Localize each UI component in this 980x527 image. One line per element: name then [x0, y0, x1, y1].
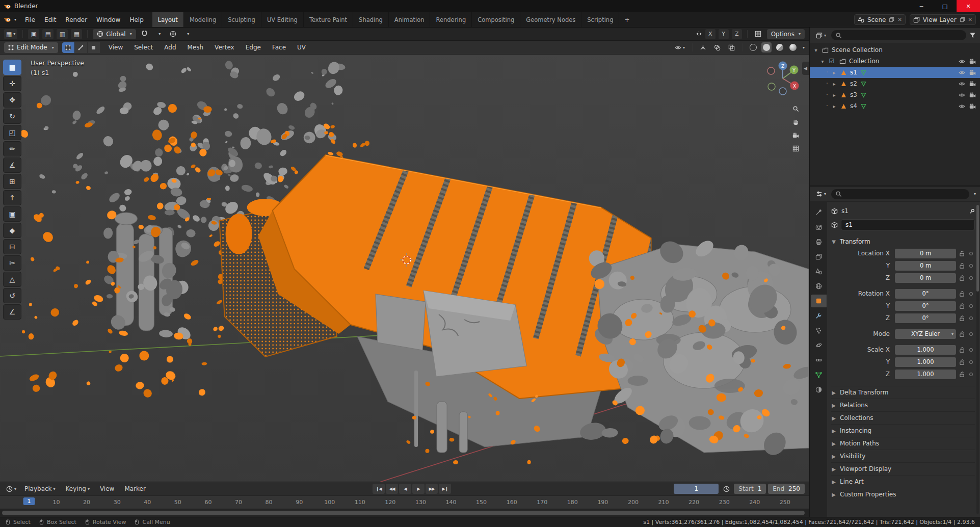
workspace-tab-geometry-nodes[interactable]: Geometry Nodes — [520, 12, 581, 27]
viewport-menu-uv[interactable]: UV — [293, 44, 310, 51]
hide-icon[interactable] — [958, 69, 966, 76]
workspace-tab-animation[interactable]: Animation — [389, 12, 431, 27]
workspace-tab-modeling[interactable]: Modeling — [184, 12, 222, 27]
tool-annotate[interactable]: ✏ — [3, 141, 21, 156]
playhead[interactable]: 1 — [23, 497, 35, 505]
properties-tab-output[interactable] — [811, 235, 827, 248]
properties-editor-type-dropdown[interactable]: ▾ — [814, 189, 828, 199]
panel-motion-paths[interactable]: ▶ Motion Paths — [831, 437, 975, 450]
tool-spin[interactable]: ↺ — [3, 288, 21, 303]
tool-knife[interactable]: ✂ — [3, 255, 21, 271]
minimize-button[interactable]: ─ — [910, 0, 933, 12]
3d-viewport[interactable]: ▦✛✥↻◰✏∡⊞↑▣◆⊟✂△↺∠ User Perspective (1) s1 — [0, 55, 809, 482]
workspace-tab-texture-paint[interactable]: Texture Paint — [304, 12, 353, 27]
lock-icon[interactable] — [956, 263, 967, 269]
current-frame-field[interactable]: 1 — [674, 484, 719, 494]
panel-instancing[interactable]: ▶ Instancing — [831, 424, 975, 437]
timeline-editor-type-dropdown[interactable]: ▾ — [4, 484, 18, 494]
select-op-subtract[interactable]: ▥ — [57, 29, 68, 39]
panel-line-art[interactable]: ▶ Line Art — [831, 475, 975, 488]
tool-extrude-region[interactable]: ↑ — [3, 190, 21, 205]
pin-icon[interactable] — [969, 208, 975, 214]
timeline-menu-playback[interactable]: Playback▾ — [20, 485, 60, 492]
properties-tab-material[interactable] — [811, 383, 827, 396]
select-op-extend[interactable]: ▤ — [42, 29, 54, 39]
jump-to-next-keyframe-button[interactable]: ▶▶ — [426, 484, 438, 494]
proportional-falloff-dropdown[interactable]: ▾ — [182, 29, 193, 39]
panel-custom-properties[interactable]: ▶ Custom Properties — [831, 488, 975, 500]
snap-settings-dropdown[interactable]: ▾ — [153, 29, 165, 39]
show-gizmo-toggle[interactable] — [698, 42, 709, 52]
mirror-y-toggle[interactable]: Y — [719, 29, 729, 39]
menubar-item-file[interactable]: File — [20, 12, 40, 27]
menubar-item-edit[interactable]: Edit — [40, 12, 61, 27]
animate-decorator[interactable] — [967, 360, 975, 364]
panel-visibility[interactable]: ▶ Visibility — [831, 450, 975, 462]
properties-tab-render[interactable] — [811, 221, 827, 233]
properties-search-input[interactable] — [845, 191, 965, 198]
workspace-tab-layout[interactable]: Layout — [152, 12, 184, 27]
workspace-tab-uv-editing[interactable]: UV Editing — [261, 12, 304, 27]
transform-value-field[interactable]: 0 m▾ — [895, 273, 956, 283]
hide-icon[interactable] — [958, 103, 966, 110]
timeline-ruler[interactable]: 1 10203040506070809010011012013014015016… — [0, 495, 809, 509]
tool-select-box[interactable]: ▦ — [3, 60, 21, 75]
menubar-item-render[interactable]: Render — [61, 12, 92, 27]
xray-toggle[interactable] — [726, 42, 737, 52]
workspace-tab-shading[interactable]: Shading — [353, 12, 389, 27]
shading-rendered-button[interactable] — [788, 42, 798, 52]
timeline-menu-view[interactable]: View▾ — [96, 485, 118, 492]
viewport-menu-mesh[interactable]: Mesh — [183, 44, 208, 51]
shading-dropdown[interactable]: ▾ — [803, 45, 805, 50]
pan-hand-icon[interactable] — [792, 119, 799, 125]
zoom-icon[interactable] — [792, 106, 799, 112]
hide-icon[interactable] — [958, 92, 966, 98]
camera-visibility-icon[interactable] — [968, 58, 976, 65]
sidebar-collapse-tab[interactable]: ◀ — [802, 62, 809, 75]
viewport-menu-view[interactable]: View — [104, 44, 127, 51]
outliner-object-s4[interactable]: · ▸ s4 — [810, 100, 980, 112]
outliner-collection[interactable]: ▾ ☑ Collection — [810, 56, 980, 67]
animate-decorator[interactable] — [967, 332, 975, 336]
panel-delta-transform[interactable]: ▶ Delta Transform — [831, 386, 975, 399]
select-mode-face[interactable] — [88, 42, 100, 53]
toggle-grid-icon[interactable] — [792, 145, 799, 152]
tool-rotate[interactable]: ↻ — [3, 109, 21, 124]
camera-visibility-icon[interactable] — [968, 92, 976, 98]
object-visibility-dropdown[interactable]: ▾ — [673, 42, 687, 52]
tool-inset-faces[interactable]: ▣ — [3, 206, 21, 222]
close-button[interactable]: ✕ — [957, 0, 980, 12]
timeline-menu-keying[interactable]: Keying▾ — [62, 485, 94, 492]
snap-grid-icon[interactable] — [753, 29, 764, 39]
tool-scale[interactable]: ◰ — [3, 125, 21, 140]
viewport-menu-edge[interactable]: Edge — [241, 44, 266, 51]
properties-search[interactable] — [831, 189, 969, 199]
proportional-editing-toggle[interactable] — [168, 29, 179, 39]
use-preview-range-icon[interactable] — [721, 484, 732, 494]
properties-tab-view-layer[interactable] — [811, 250, 827, 263]
viewport-menu-face[interactable]: Face — [268, 44, 290, 51]
show-overlays-toggle[interactable] — [712, 42, 723, 52]
viewport-canvas[interactable] — [0, 55, 809, 482]
tool-poly-build[interactable]: △ — [3, 272, 21, 287]
select-mode-vertex[interactable] — [62, 42, 74, 53]
unlink-scene-icon[interactable]: ✕ — [897, 17, 902, 22]
properties-scrollbar[interactable] — [976, 205, 979, 514]
lock-icon[interactable] — [956, 315, 967, 321]
viewport-menu-add[interactable]: Add — [160, 44, 180, 51]
transform-value-field[interactable]: XYZ Euler▾ — [895, 329, 956, 339]
mirror-z-toggle[interactable]: Z — [732, 29, 742, 39]
expand-icon[interactable]: ▸ — [832, 92, 837, 98]
workspace-tab-compositing[interactable]: Compositing — [472, 12, 520, 27]
filter-icon[interactable] — [969, 32, 976, 39]
mirror-x-toggle[interactable]: X — [705, 29, 716, 39]
play-button[interactable]: ▶ — [412, 484, 425, 494]
transform-value-field[interactable]: 0 m▾ — [895, 261, 956, 271]
new-view-layer-icon[interactable] — [960, 17, 965, 22]
camera-visibility-icon[interactable] — [968, 81, 976, 87]
tool-move[interactable]: ✥ — [3, 92, 21, 108]
transform-value-field[interactable]: 0 m▾ — [895, 249, 956, 258]
blender-menu-button[interactable]: ▾ — [0, 12, 20, 27]
checkbox-icon[interactable]: ☑ — [828, 58, 836, 65]
camera-visibility-icon[interactable] — [968, 69, 976, 76]
